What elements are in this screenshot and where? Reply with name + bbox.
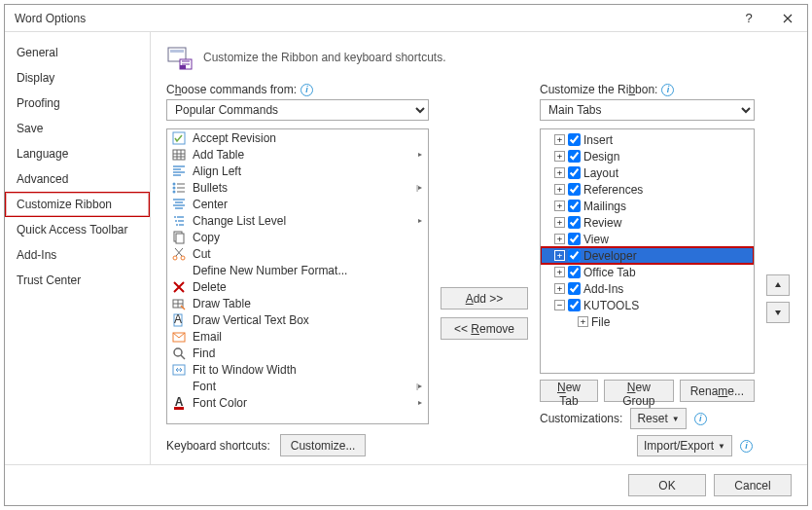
info-icon[interactable]: i [694,413,707,425]
command-item[interactable]: Font|▸ [167,378,428,394]
move-up-button[interactable] [766,274,790,296]
right-column: Customize the Ribbon:i Main Tabs +Insert… [540,83,755,456]
expand-icon[interactable]: + [554,151,565,162]
command-item[interactable]: Add Table▸ [167,146,428,163]
cancel-button[interactable]: Cancel [714,474,792,496]
expand-icon[interactable]: + [554,134,565,145]
tree-checkbox[interactable] [568,183,581,196]
tree-checkbox[interactable] [568,200,581,212]
command-item[interactable]: Align Left [167,163,428,179]
nav-item-general[interactable]: General [5,40,150,65]
nav-item-trust-center[interactable]: Trust Center [5,268,150,293]
tree-node[interactable]: +Developer [541,247,754,264]
tree-checkbox[interactable] [568,249,581,262]
help-button[interactable]: ? [729,5,768,32]
tree-checkbox[interactable] [568,266,581,278]
import-export-row: Import/Export ▼ i [540,435,755,456]
nav-item-add-ins[interactable]: Add-Ins [5,242,150,268]
tree-checkbox[interactable] [568,166,581,179]
expand-icon[interactable]: + [554,200,565,211]
tree-node[interactable]: +View [541,231,754,247]
tree-checkbox[interactable] [568,216,581,229]
ribbon-icon [166,44,194,71]
ribbon-combo[interactable]: Main Tabs [540,99,755,121]
command-item[interactable]: ADraw Vertical Text Box [167,311,428,328]
remove-button[interactable]: << Remove [441,317,528,340]
accept-icon [171,130,187,146]
tree-label: Developer [583,249,637,263]
nav-item-advanced[interactable]: Advanced [5,166,150,192]
command-item[interactable]: Fit to Window Width [167,361,428,378]
tree-node[interactable]: +Layout [541,164,754,181]
command-item[interactable]: Center [167,196,428,212]
info-icon[interactable]: i [740,440,753,453]
columns: Choose commands from:i Popular Commands … [166,83,792,456]
bullets-icon [171,180,187,196]
command-item[interactable]: Bullets|▸ [167,179,428,196]
expand-icon[interactable]: + [554,217,565,228]
expand-icon[interactable]: + [554,184,565,195]
dialog-body: GeneralDisplayProofingSaveLanguageAdvanc… [5,32,807,464]
import-export-dropdown[interactable]: Import/Export ▼ [637,435,732,456]
commands-from-combo[interactable]: Popular Commands [166,99,429,121]
tree-checkbox[interactable] [568,233,581,245]
tree-checkbox[interactable] [568,150,581,163]
tree-node[interactable]: +File [541,313,754,330]
move-down-button[interactable] [766,302,790,323]
expand-icon[interactable]: − [554,300,565,310]
nav-item-customize-ribbon[interactable]: Customize Ribbon [5,192,150,217]
command-item[interactable]: Draw Table [167,295,428,311]
left-column: Choose commands from:i Popular Commands … [166,83,429,456]
tree-node[interactable]: +Mailings [541,198,754,214]
command-item[interactable]: Email [167,328,428,345]
expand-icon[interactable]: + [554,283,565,294]
tree-node[interactable]: +Review [541,214,754,231]
tree-node[interactable]: +References [541,181,754,198]
command-item[interactable]: Copy [167,229,428,245]
tree-checkbox[interactable] [568,282,581,295]
delete-icon [171,279,187,295]
tree-checkbox[interactable] [568,299,581,311]
nav-item-language[interactable]: Language [5,141,150,166]
rename-button[interactable]: Rename... [680,380,755,402]
expand-icon[interactable]: + [578,316,588,327]
expand-icon[interactable]: + [554,234,565,244]
tree-node[interactable]: −KUTOOLS [541,297,754,313]
tree-checkbox[interactable] [568,133,581,146]
tree-label: Review [583,216,621,230]
expand-icon[interactable]: + [554,167,565,178]
nav-item-save[interactable]: Save [5,116,150,141]
expand-icon[interactable]: + [554,250,565,261]
new-tab-button[interactable]: New Tab [540,380,598,402]
nav-item-display[interactable]: Display [5,65,150,91]
add-button[interactable]: Add >> [441,287,528,310]
tree-node[interactable]: +Design [541,148,754,164]
command-item[interactable]: Change List Level▸ [167,212,428,229]
tree-node[interactable]: +Insert [541,131,754,148]
info-icon[interactable]: i [661,84,674,96]
info-icon[interactable]: i [300,84,313,96]
reset-dropdown[interactable]: Reset ▼ [630,408,686,429]
svg-point-6 [173,182,176,185]
command-label: Align Left [193,164,241,178]
new-group-button[interactable]: New Group [604,380,674,402]
ribbon-tree[interactable]: +Insert+Design+Layout+References+Mailing… [540,128,755,374]
ok-button[interactable]: OK [628,474,706,496]
close-button[interactable] [768,5,807,32]
middle-column: Add >> << Remove [441,83,528,456]
command-item[interactable]: Accept Revision [167,129,428,146]
command-item[interactable]: AFont Color▸ [167,394,428,411]
tree-node[interactable]: +Add-Ins [541,280,754,297]
tree-label: Mailings [583,200,626,213]
command-item[interactable]: Define New Number Format... [167,262,428,278]
tree-node[interactable]: +Office Tab [541,264,754,280]
customize-button[interactable]: Customize... [280,434,367,456]
nav-item-proofing[interactable]: Proofing [5,91,150,116]
command-item[interactable]: Delete [167,278,428,295]
command-item[interactable]: Find [167,345,428,361]
nav-item-quick-access-toolbar[interactable]: Quick Access Toolbar [5,217,150,242]
commands-listbox[interactable]: Accept RevisionAdd Table▸Align LeftBulle… [166,128,429,424]
svg-text:A: A [175,395,184,409]
command-item[interactable]: Cut [167,245,428,262]
expand-icon[interactable]: + [554,267,565,277]
